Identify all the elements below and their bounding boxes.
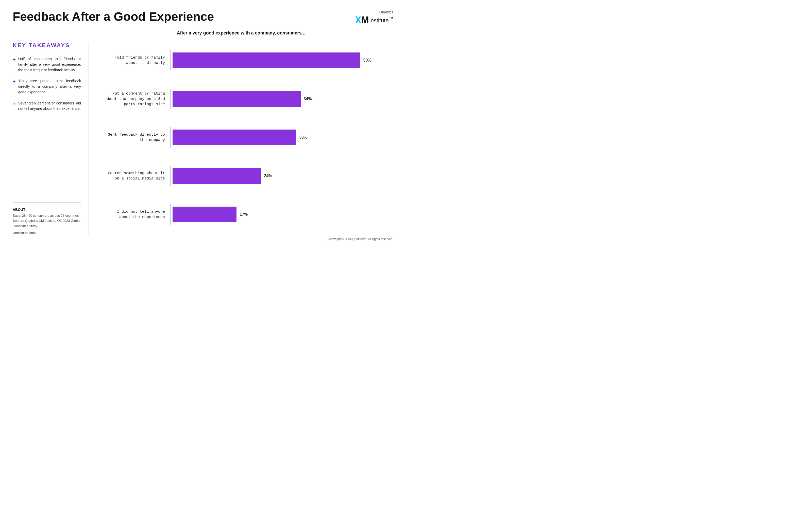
- bar-value-1: 34%: [304, 97, 312, 101]
- key-takeaways-title: KEY TAKEAWAYS: [13, 42, 81, 49]
- bar-fill-2: [172, 129, 296, 145]
- right-panel: Told friends or familyabout it directly5…: [89, 42, 393, 235]
- takeaway-text-1: Half of consumers told friends or family…: [18, 56, 81, 73]
- bar-container-4: 17%: [170, 204, 393, 225]
- bar-label-3: Posted something about iton a social med…: [99, 171, 170, 181]
- bar-container-2: 33%: [170, 127, 393, 148]
- logo-qualtrics-text: Qualtrics: [379, 10, 393, 14]
- takeaway-text-2: Thirty-three percent sent feedback direc…: [18, 78, 81, 95]
- bar-row-0: Told friends or familyabout it directly5…: [99, 50, 393, 70]
- bar-row-3: Posted something about iton a social med…: [99, 166, 393, 186]
- content-area: KEY TAKEAWAYS + Half of consumers told f…: [13, 42, 393, 235]
- about-base: Base: 28,400 consumers across 26 countri…: [13, 213, 81, 219]
- takeaway-item-2: + Thirty-three percent sent feedback dir…: [13, 78, 81, 95]
- chart-subtitle: After a very good experience with a comp…: [89, 31, 393, 36]
- takeaway-plus-3: +: [13, 100, 16, 108]
- takeaway-text-3: Seventeen percent of consumers did not t…: [18, 101, 81, 112]
- about-title: ABOUT: [13, 208, 81, 212]
- bar-fill-3: [172, 168, 261, 184]
- bar-value-3: 24%: [264, 174, 272, 178]
- about-source: Source: Qualtrics XM Institute Q3 2023 G…: [13, 218, 81, 229]
- bar-fill-4: [172, 207, 237, 222]
- takeaway-plus-2: +: [13, 78, 16, 86]
- takeaway-item-1: + Half of consumers told friends or fami…: [13, 56, 81, 73]
- takeaway-item-3: + Seventeen percent of consumers did not…: [13, 101, 81, 112]
- bar-container-3: 24%: [170, 166, 393, 186]
- bar-container-1: 34%: [170, 89, 393, 109]
- footer-copyright: Copyright © 2024 Qualtrics®. All rights …: [13, 237, 393, 241]
- bar-label-1: Put a comment or ratingabout the company…: [99, 91, 170, 107]
- left-panel: KEY TAKEAWAYS + Half of consumers told f…: [13, 42, 89, 235]
- bar-fill-0: [172, 52, 360, 68]
- logo-xm: X M institute™: [355, 15, 393, 25]
- logo-institute: institute™: [369, 16, 393, 24]
- bar-row-1: Put a comment or ratingabout the company…: [99, 89, 393, 109]
- page-title: Feedback After a Good Experience: [13, 10, 214, 23]
- bar-value-2: 33%: [299, 135, 307, 140]
- bar-row-4: I did not tell anyoneabout the experienc…: [99, 204, 393, 225]
- bar-label-0: Told friends or familyabout it directly: [99, 55, 170, 66]
- bar-value-4: 17%: [240, 212, 248, 217]
- bar-fill-1: [172, 91, 301, 107]
- bar-value-0: 50%: [363, 58, 371, 63]
- logo-x: X: [355, 15, 361, 25]
- about-section: ABOUT Base: 28,400 consumers across 26 c…: [13, 202, 81, 235]
- bar-label-2: Sent feedback directly tothe company: [99, 132, 170, 143]
- logo-area: Qualtrics X M institute™: [355, 10, 393, 25]
- takeaway-plus-1: +: [13, 56, 16, 63]
- bar-container-0: 50%: [170, 50, 393, 70]
- logo-m: M: [361, 15, 369, 25]
- bar-label-4: I did not tell anyoneabout the experienc…: [99, 209, 170, 220]
- header: Feedback After a Good Experience Qualtri…: [13, 10, 393, 25]
- website-link: xminstitute.com: [13, 231, 81, 235]
- bar-row-2: Sent feedback directly tothe company33%: [99, 127, 393, 148]
